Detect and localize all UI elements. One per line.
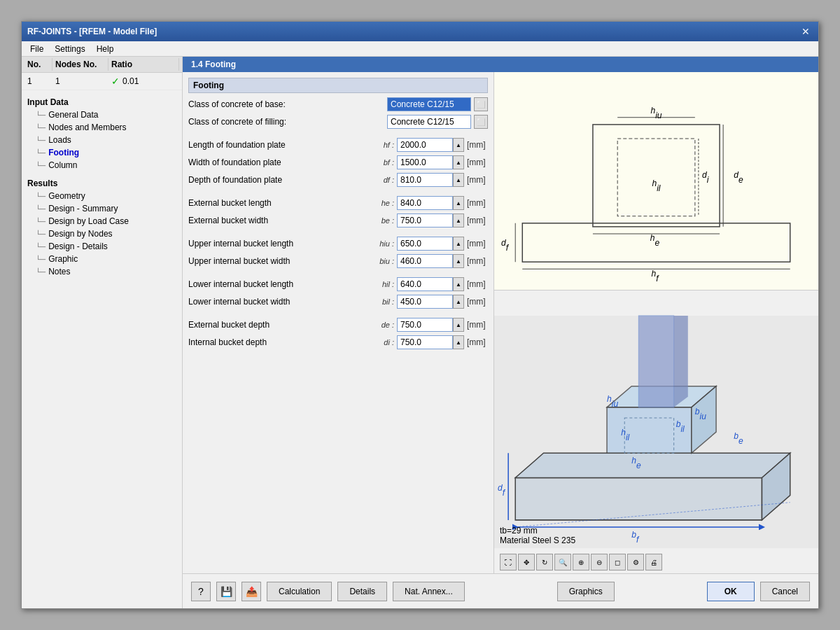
hil-up-btn[interactable]: ▲ bbox=[453, 277, 464, 291]
bf-up-btn[interactable]: ▲ bbox=[453, 155, 464, 169]
di-input[interactable] bbox=[397, 335, 453, 349]
de-input[interactable] bbox=[397, 318, 453, 332]
concrete-base-input[interactable] bbox=[387, 97, 471, 111]
tree-bullet: └─ bbox=[36, 230, 46, 238]
nat-annex-button[interactable]: Nat. Annex... bbox=[393, 582, 465, 601]
biu-label: Upper internal bucket width bbox=[188, 256, 372, 266]
bf-input[interactable] bbox=[397, 155, 453, 169]
di-up-btn[interactable]: ▲ bbox=[453, 335, 464, 349]
df-input[interactable] bbox=[397, 173, 453, 187]
sidebar-item-geometry[interactable]: └─ Geometry bbox=[24, 190, 179, 202]
hf-symbol: hf : bbox=[374, 141, 394, 149]
sidebar-item-footing[interactable]: └─ Footing bbox=[24, 146, 179, 159]
hil-input[interactable] bbox=[397, 277, 453, 291]
be-unit: [mm] bbox=[467, 216, 488, 225]
diag-btn-4[interactable]: 🔍 bbox=[554, 554, 571, 570]
sidebar-item-label: Graphic bbox=[48, 254, 78, 264]
sidebar-item-design-nodes[interactable]: └─ Design by Nodes bbox=[24, 227, 179, 240]
sidebar-item-design-details[interactable]: └─ Design - Details bbox=[24, 240, 179, 253]
he-up-btn[interactable]: ▲ bbox=[453, 196, 464, 210]
biu-up-btn[interactable]: ▲ bbox=[453, 254, 464, 268]
diag-btn-5[interactable]: ⊕ bbox=[573, 554, 589, 570]
concrete-filling-label: Class of concrete of filling: bbox=[188, 117, 384, 127]
be-input[interactable] bbox=[397, 214, 453, 227]
de-spinner: ▲ bbox=[397, 318, 464, 332]
concrete-base-picker[interactable]: ⬜ bbox=[474, 97, 488, 111]
he-row: External bucket length he : ▲ [mm] bbox=[188, 196, 488, 210]
bf-row: Width of foundation plate bf : ▲ [mm] bbox=[188, 155, 488, 169]
sidebar-item-design-load-case[interactable]: └─ Design by Load Case bbox=[24, 215, 179, 227]
concrete-base-row: Class of concrete of base: ⬜ bbox=[188, 97, 488, 111]
graphics-panel: hf hiu bbox=[494, 72, 818, 573]
bil-row: Lower internal bucket width bil : ▲ [mm] bbox=[188, 295, 488, 309]
save-button[interactable]: 💾 bbox=[216, 582, 236, 601]
hf-up-btn[interactable]: ▲ bbox=[453, 138, 464, 152]
hiu-up-btn[interactable]: ▲ bbox=[453, 237, 464, 251]
sidebar-item-loads[interactable]: └─ Loads bbox=[24, 134, 179, 146]
svg-marker-26 bbox=[674, 316, 688, 407]
calculation-button[interactable]: Calculation bbox=[267, 582, 332, 601]
sidebar-item-design-summary[interactable]: └─ Design - Summary bbox=[24, 202, 179, 215]
help-button[interactable]: ? bbox=[191, 582, 211, 601]
tree-bullet: └─ bbox=[36, 243, 46, 251]
concrete-filling-input[interactable] bbox=[387, 115, 471, 129]
window-title: RF-JOINTS - [RFEM - Model File] bbox=[27, 27, 157, 36]
menu-help[interactable]: Help bbox=[91, 43, 120, 55]
sidebar-item-graphic[interactable]: └─ Graphic bbox=[24, 253, 179, 265]
cell-no: 1 bbox=[24, 75, 52, 88]
sidebar-item-general-data[interactable]: └─ General Data bbox=[24, 108, 179, 121]
bf-spinner: ▲ bbox=[397, 155, 464, 169]
hf-row: Length of foundation plate hf : ▲ [mm] bbox=[188, 138, 488, 152]
left-panel: No. Nodes No. Ratio 1 1 ✓ 0.01 Input Dat… bbox=[22, 57, 183, 608]
table-row[interactable]: 1 1 ✓ 0.01 bbox=[22, 73, 182, 90]
sidebar-item-notes[interactable]: └─ Notes bbox=[24, 265, 179, 278]
diagram-info-line1: tb=29 mm bbox=[500, 526, 575, 536]
export-button[interactable]: 📤 bbox=[241, 582, 261, 601]
tree-bullet: └─ bbox=[36, 136, 46, 144]
diag-btn-3[interactable]: ↻ bbox=[536, 554, 553, 570]
tree-panel: Input Data └─ General Data └─ Nodes and … bbox=[22, 90, 182, 608]
de-row: External bucket depth de : ▲ [mm] bbox=[188, 318, 488, 332]
menu-settings[interactable]: Settings bbox=[49, 43, 90, 55]
concrete-filling-picker[interactable]: ⬜ bbox=[474, 115, 488, 129]
svg-marker-19 bbox=[515, 453, 790, 477]
bil-input[interactable] bbox=[397, 295, 453, 309]
graphics-button[interactable]: Graphics bbox=[557, 582, 615, 601]
tree-bullet: └─ bbox=[36, 255, 46, 263]
cancel-button[interactable]: Cancel bbox=[760, 582, 810, 601]
he-input[interactable] bbox=[397, 196, 453, 210]
sidebar-item-column[interactable]: └─ Column bbox=[24, 159, 179, 172]
tree-bullet: └─ bbox=[36, 218, 46, 225]
ok-button[interactable]: OK bbox=[707, 582, 755, 601]
diag-btn-9[interactable]: 🖨 bbox=[645, 554, 662, 570]
hiu-input[interactable] bbox=[397, 237, 453, 251]
sidebar-item-nodes-members[interactable]: └─ Nodes and Members bbox=[24, 121, 179, 134]
title-bar: RF-JOINTS - [RFEM - Model File] ✕ bbox=[22, 22, 818, 41]
bil-up-btn[interactable]: ▲ bbox=[453, 295, 464, 309]
diag-btn-8[interactable]: ⚙ bbox=[627, 554, 644, 570]
de-symbol: de : bbox=[374, 321, 394, 329]
diag-btn-1[interactable]: ⛶ bbox=[500, 554, 517, 570]
diag-btn-7[interactable]: ◻ bbox=[609, 554, 626, 570]
bil-symbol: bil : bbox=[374, 298, 394, 306]
diag-btn-2[interactable]: ✥ bbox=[518, 554, 535, 570]
df-up-btn[interactable]: ▲ bbox=[453, 173, 464, 187]
diag-btn-6[interactable]: ⊖ bbox=[591, 554, 608, 570]
form-panel: Footing Class of concrete of base: ⬜ Cla… bbox=[183, 72, 494, 573]
be-up-btn[interactable]: ▲ bbox=[453, 214, 464, 227]
di-spinner: ▲ bbox=[397, 335, 464, 349]
concrete-filling-row: Class of concrete of filling: ⬜ bbox=[188, 115, 488, 129]
bil-label: Lower internal bucket width bbox=[188, 297, 372, 307]
tree-bullet: └─ bbox=[36, 268, 46, 276]
menu-file[interactable]: File bbox=[24, 43, 49, 55]
di-row: Internal bucket depth di : ▲ [mm] bbox=[188, 335, 488, 349]
de-up-btn[interactable]: ▲ bbox=[453, 318, 464, 332]
close-button[interactable]: ✕ bbox=[799, 26, 813, 37]
hil-unit: [mm] bbox=[467, 279, 488, 289]
biu-input[interactable] bbox=[397, 254, 453, 268]
col-header-ratio: Ratio bbox=[108, 58, 179, 71]
df-row: Depth of foundation plate df : ▲ [mm] bbox=[188, 173, 488, 187]
hf-input[interactable] bbox=[397, 138, 453, 152]
details-button[interactable]: Details bbox=[337, 582, 387, 601]
content-area: Footing Class of concrete of base: ⬜ Cla… bbox=[183, 72, 818, 573]
